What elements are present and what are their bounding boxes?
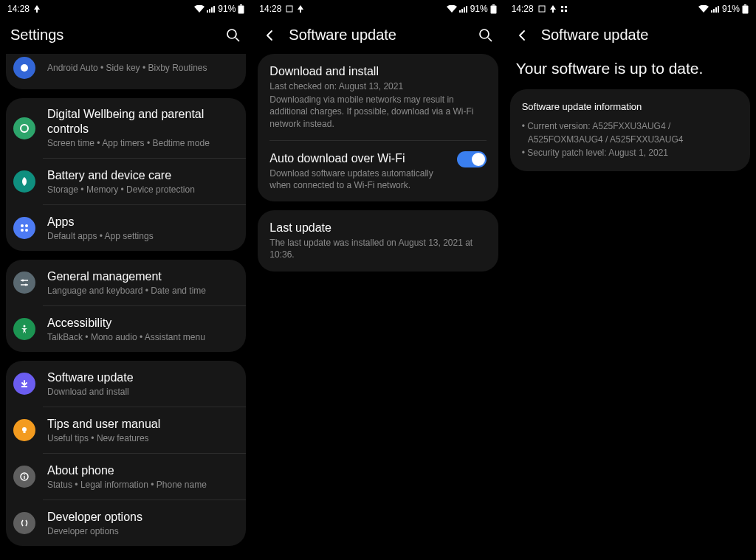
header: Software update: [252, 18, 504, 54]
settings-item-about-phone[interactable]: About phone Status • Legal information •…: [6, 454, 246, 499]
svg-rect-5: [238, 5, 244, 13]
last-update[interactable]: Last update The last update was installe…: [258, 210, 498, 271]
battery-percent: 91%: [722, 4, 740, 14]
settings-item-accessibility[interactable]: Accessibility TalkBack • Mono audio • As…: [6, 306, 246, 352]
advanced-features-icon: [10, 54, 38, 82]
search-icon[interactable]: [478, 27, 494, 44]
item-subtitle: Storage • Memory • Device protection: [47, 184, 238, 196]
item-description: The last update was installed on August …: [269, 237, 486, 260]
item-subtitle: TalkBack • Mono audio • Assistant menu: [47, 331, 238, 343]
update-info-content: Software update information Current vers…: [504, 89, 756, 171]
battery-icon: [742, 4, 749, 14]
status-bar: 14:28 91%: [504, 0, 756, 18]
status-time: 14:28: [512, 4, 534, 14]
signal-icon: [207, 5, 216, 13]
accessibility-icon: [10, 315, 38, 343]
svg-rect-2: [211, 7, 213, 13]
auto-download-wifi[interactable]: Auto download over Wi-Fi Download softwa…: [258, 141, 498, 201]
settings-item-software-update[interactable]: Software update Download and install: [6, 361, 246, 407]
svg-line-7: [236, 38, 239, 41]
svg-rect-29: [466, 6, 467, 13]
apps-icon: [10, 214, 38, 242]
item-title: General management: [47, 269, 238, 284]
settings-item-battery-care[interactable]: Battery and device care Storage • Memory…: [6, 159, 246, 204]
svg-rect-1: [209, 9, 210, 13]
wifi-icon: [698, 5, 709, 13]
page-title: Software update: [289, 27, 467, 44]
battery-icon: [238, 4, 244, 14]
svg-point-8: [21, 64, 28, 72]
item-title: About phone: [47, 463, 238, 478]
notification-icon: [538, 5, 546, 13]
item-title: Accessibility: [47, 316, 238, 331]
notification-icon: [298, 5, 303, 13]
last-update-card: Last update The last update was installe…: [258, 210, 498, 271]
item-title: Digital Wellbeing and parental controls: [47, 107, 238, 136]
page-title: Software update: [541, 27, 746, 44]
last-checked-text: Last checked on: August 13, 2021: [269, 80, 486, 92]
item-subtitle: Language and keyboard • Date and time: [47, 285, 238, 297]
settings-item-general-management[interactable]: General management Language and keyboard…: [6, 260, 246, 305]
wellbeing-icon: [10, 114, 38, 142]
item-subtitle: Android Auto • Side key • Bixby Routines: [47, 62, 238, 74]
battery-percent: 91%: [218, 4, 236, 14]
svg-rect-4: [240, 4, 242, 6]
item-subtitle: Useful tips • New features: [47, 432, 238, 444]
screen-settings: 14:28 91% Settings: [0, 0, 252, 560]
svg-point-6: [227, 30, 236, 38]
notification-icon: [560, 5, 568, 13]
update-options-card: Download and install Last checked on: Au…: [258, 54, 498, 201]
page-title: Settings: [10, 27, 215, 44]
settings-group: Software update Download and install Tip…: [6, 361, 246, 546]
status-time: 14:28: [7, 4, 30, 14]
wifi-icon: [447, 5, 457, 13]
software-update-content: Download and install Last checked on: Au…: [252, 54, 504, 272]
svg-rect-34: [539, 6, 545, 12]
svg-rect-24: [24, 476, 24, 479]
svg-rect-37: [561, 10, 563, 12]
svg-point-10: [21, 224, 24, 227]
svg-rect-44: [742, 5, 748, 13]
header: Settings: [0, 18, 252, 54]
settings-group: Digital Wellbeing and parental controls …: [6, 98, 246, 251]
svg-point-23: [24, 474, 25, 476]
info-line: Current version: A525FXXU3AUG4 / A525FOX…: [522, 120, 738, 146]
svg-point-11: [25, 224, 28, 227]
svg-rect-25: [286, 6, 292, 12]
info-card-title: Software update information: [522, 101, 738, 112]
settings-item-advanced-features[interactable]: Android Auto • Side key • Bixby Routines: [6, 54, 246, 89]
svg-point-15: [22, 280, 24, 282]
item-title: Apps: [47, 215, 238, 229]
item-title: Software update: [47, 370, 238, 385]
svg-rect-3: [213, 6, 215, 13]
svg-rect-31: [490, 5, 496, 13]
item-title: Last update: [269, 221, 486, 235]
notification-icon: [34, 5, 40, 13]
update-info-card: Software update information Current vers…: [510, 89, 750, 171]
settings-list: Android Auto • Side key • Bixby Routines…: [0, 54, 252, 546]
svg-point-18: [24, 325, 26, 328]
settings-group: General management Language and keyboard…: [6, 260, 246, 352]
svg-point-17: [25, 284, 27, 286]
settings-item-developer-options[interactable]: Developer options Developer options: [6, 500, 246, 546]
item-subtitle: Developer options: [47, 525, 238, 537]
general-management-icon: [10, 269, 38, 297]
item-subtitle: Download and install: [47, 386, 238, 398]
info-line: Security patch level: August 1, 2021: [522, 146, 738, 159]
search-icon[interactable]: [225, 27, 241, 44]
svg-rect-28: [464, 7, 465, 13]
svg-rect-43: [744, 4, 746, 6]
settings-item-tips[interactable]: Tips and user manual Useful tips • New f…: [6, 407, 246, 453]
back-icon[interactable]: [262, 27, 278, 44]
back-icon[interactable]: [515, 27, 531, 44]
developer-options-icon: [10, 509, 38, 537]
download-and-install[interactable]: Download and install Last checked on: Au…: [258, 54, 498, 140]
settings-item-digital-wellbeing[interactable]: Digital Wellbeing and parental controls …: [6, 98, 246, 158]
svg-rect-30: [492, 4, 495, 6]
software-update-icon: [10, 370, 38, 398]
settings-item-apps[interactable]: Apps Default apps • App settings: [6, 205, 246, 251]
auto-download-toggle[interactable]: [457, 151, 487, 167]
status-time: 14:28: [259, 4, 281, 14]
item-subtitle: Status • Legal information • Phone name: [47, 479, 238, 491]
battery-icon: [490, 4, 497, 14]
